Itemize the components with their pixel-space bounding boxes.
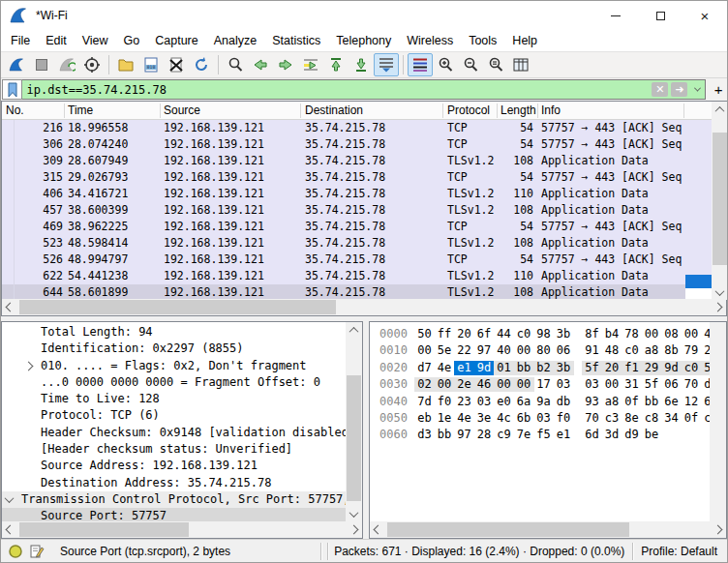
column-header-no[interactable]: No. [6,102,24,120]
column-header-source[interactable]: Source [164,102,200,120]
hex-byte[interactable]: 6f [474,327,495,341]
hex-byte[interactable]: 9d [474,361,495,375]
column-header-time[interactable]: Time [68,102,93,120]
hex-byte[interactable]: 3b [554,361,574,375]
hex-byte[interactable]: 28 [474,428,495,442]
packet-row-469[interactable]: 46938.962225192.168.139.12135.74.215.78T… [2,219,685,235]
packet-row-315[interactable]: 31529.026793192.168.139.12135.74.215.78T… [2,169,685,186]
minimize-button[interactable] [593,1,638,30]
hex-byte[interactable]: bb [514,361,534,375]
hex-byte[interactable]: bb [435,428,455,442]
details-hscrollbar[interactable] [2,521,362,538]
detail-line[interactable]: [Header checksum status: Unverified] [2,441,347,458]
hex-byte[interactable]: 79 [682,343,702,358]
save-file-button[interactable]: 010 [138,53,164,76]
hex-byte[interactable]: 48 [602,343,622,358]
go-last-button[interactable] [349,53,374,76]
hex-byte[interactable]: 00 [414,343,435,358]
capture-options-button[interactable] [79,53,105,76]
packet-row-644[interactable]: 64458.601899192.168.139.12135.74.215.78T… [2,284,685,300]
hex-byte[interactable]: 7e [514,428,534,442]
hex-byte[interactable]: be [642,428,662,442]
packet-list-hscroll-thumb[interactable] [19,300,336,314]
hex-byte[interactable]: 6e [661,395,682,409]
expand-icon[interactable] [24,361,34,370]
menu-item-help[interactable]: Help [504,31,545,50]
detail-line[interactable]: Identification: 0x2297 (8855) [2,341,347,357]
hex-byte[interactable]: de [701,377,710,392]
zoom-reset-button[interactable] [483,53,508,76]
hex-byte[interactable]: 8e [622,411,642,426]
hex-byte[interactable]: 01 [494,361,514,375]
stop-capture-button[interactable] [29,53,54,76]
hex-byte[interactable]: 98 [533,327,554,341]
hex-byte[interactable]: 2e [454,377,474,392]
hex-byte[interactable]: 00 [602,377,622,392]
details-hscroll-thumb[interactable] [19,522,189,537]
hex-byte[interactable]: 1e [435,411,455,426]
filter-dropdown-button[interactable] [690,80,704,99]
hex-byte[interactable]: 97 [454,428,474,442]
hex-byte[interactable]: 9a [533,395,554,409]
menu-item-tools[interactable]: Tools [461,31,504,50]
hex-byte[interactable]: 4e [435,361,455,375]
hex-byte[interactable]: 97 [474,343,495,358]
packet-list-hscrollbar[interactable] [2,299,726,315]
hex-byte[interactable]: d9 [622,428,642,442]
hex-byte[interactable]: 3d [602,428,622,442]
display-filter-input[interactable] [22,83,545,97]
hex-byte[interactable]: 02 [414,377,435,392]
hex-byte[interactable]: eb [414,411,435,426]
hex-byte[interactable]: 50 [414,327,435,341]
hex-byte[interactable]: 7d [414,395,435,409]
status-profile[interactable]: Profile: Default [641,545,717,558]
filter-bookmark-button[interactable] [2,79,22,100]
go-forward-button[interactable] [273,53,298,76]
hex-byte[interactable]: 22 [454,343,474,358]
detail-line[interactable]: Source Address: 192.168.139.121 [2,458,347,474]
hex-byte[interactable]: e0 [494,395,514,409]
detail-line[interactable]: Total Length: 94 [2,324,347,341]
capture-comment-button[interactable] [29,544,45,559]
hex-byte[interactable]: 70 [682,377,702,392]
hex-byte[interactable]: b4 [602,327,622,341]
bytes-hscroll-thumb[interactable] [387,522,629,537]
open-file-button[interactable] [113,53,138,76]
detail-line[interactable]: Transmission Control Protocol, Src Port:… [2,491,347,508]
hex-byte[interactable]: f0 [435,395,455,409]
hex-byte[interactable]: 20 [602,361,622,375]
hex-byte[interactable]: 44 [494,327,514,341]
hex-byte[interactable]: d7 [414,361,435,375]
hex-byte[interactable]: 60 [701,395,710,409]
hex-byte[interactable]: a8 [642,343,662,358]
menu-item-statistics[interactable]: Statistics [264,31,328,50]
maximize-button[interactable] [638,1,682,30]
column-header-protocol[interactable]: Protocol [447,102,490,120]
hex-byte[interactable]: 5e [435,343,455,358]
hex-byte[interactable]: 31 [622,377,642,392]
hex-byte[interactable]: 4c [494,411,514,426]
detail-line[interactable]: Time to Live: 128 [2,391,347,407]
hex-byte[interactable]: b2 [533,361,554,375]
hex-byte[interactable]: c0 [682,361,702,375]
hex-byte[interactable]: 00 [514,377,534,392]
hex-byte[interactable]: 20 [454,327,474,341]
hex-byte[interactable]: 23 [454,395,474,409]
hex-byte[interactable]: 12 [682,395,702,409]
hex-byte[interactable]: 03 [554,377,574,392]
filter-add-button[interactable]: + [710,79,727,100]
zoom-in-button[interactable] [433,53,458,76]
hex-byte[interactable]: 00 [514,343,534,358]
details-vscrollbar[interactable] [346,322,362,521]
resize-columns-button[interactable] [508,53,533,76]
hex-byte[interactable]: 0f [682,411,702,426]
go-first-button[interactable] [323,53,349,76]
column-header-info[interactable]: Info [541,102,561,120]
hex-byte[interactable]: c0 [514,327,534,341]
hex-byte[interactable]: 46 [474,377,495,392]
details-vscroll-thumb[interactable] [347,375,361,501]
hex-byte[interactable]: c0 [622,343,642,358]
packet-row-309[interactable]: 30928.607949192.168.139.12135.74.215.78T… [2,153,685,169]
hex-byte[interactable]: 78 [622,327,642,341]
bytes-hscrollbar[interactable] [370,521,726,538]
